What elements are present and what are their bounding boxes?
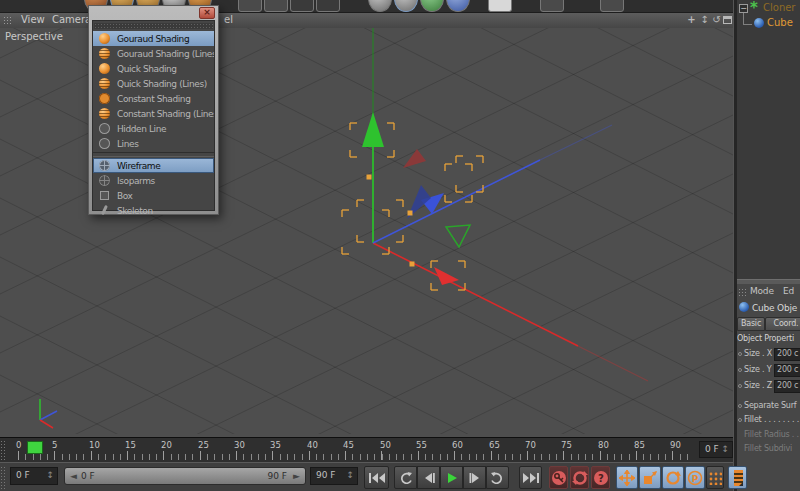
menu-item-gouraud-shading-lines[interactable]: Gouraud Shading (Lines) [93, 46, 214, 61]
size-z-input[interactable]: 200 c [774, 380, 800, 393]
preview-range-slider[interactable]: ◄ 0 F 90 F ► [64, 467, 306, 485]
previous-frame-button[interactable] [417, 466, 440, 489]
object-name[interactable]: Cloner [763, 2, 795, 13]
expand-icon[interactable]: − [739, 4, 748, 13]
key-icon [551, 470, 567, 486]
keying-options-button[interactable]: ? [591, 466, 610, 489]
start-frame-field[interactable]: 0 F ↕ [10, 467, 58, 485]
fillet-subdivision-row: Fillet Subdivi [737, 443, 800, 456]
viewport-dolly-icon[interactable]: ↕ [699, 14, 710, 25]
menu-item-label: Hidden Line [117, 124, 166, 134]
anim-dot-icon[interactable] [738, 418, 742, 422]
section-header[interactable]: Object Properti [737, 334, 800, 347]
menu-item-constant-shading-lines[interactable]: Constant Shading (Lines) [93, 106, 214, 121]
timeline-ruler[interactable]: 0 5 10 15 20 25 30 35 40 45 50 55 60 65 … [0, 437, 733, 463]
x-axis-line [373, 243, 578, 346]
object-name[interactable]: Cube [767, 17, 793, 28]
anim-dot-icon[interactable] [738, 352, 742, 356]
toolbar-icon[interactable] [238, 0, 262, 12]
ruler-grip-icon[interactable] [0, 440, 7, 460]
ruler-tick: 30 [234, 440, 245, 450]
menu-mode[interactable]: Mode [750, 286, 774, 296]
spinner-arrows-icon[interactable]: ↕ [721, 442, 729, 457]
tab-coordinates[interactable]: Coord. [765, 317, 800, 331]
previous-key-icon [398, 472, 413, 484]
keyframe-selection-button[interactable] [706, 466, 724, 489]
x-axis-handle[interactable] [410, 262, 415, 267]
viewport-orbit-icon[interactable]: ↺ [711, 14, 722, 25]
menu-edit-partial[interactable]: Ed [783, 286, 794, 296]
toolbar-icon[interactable] [446, 0, 470, 12]
menu-item-quick-shading[interactable]: Quick Shading [93, 61, 214, 76]
menu-item-gouraud-shading[interactable]: Gouraud Shading [93, 31, 214, 46]
next-frame-button[interactable] [463, 466, 486, 489]
anim-dot-icon[interactable] [738, 404, 742, 408]
frame-spinner[interactable]: 0 F ↕ [699, 441, 733, 458]
popup-titlebar[interactable]: × [91, 7, 216, 18]
fillet-row[interactable]: Fillet . . . . . . . . [737, 414, 800, 427]
toolbar-icon[interactable] [368, 0, 392, 12]
skeleton-icon [101, 205, 108, 215]
range-arrow-left-icon[interactable]: ◄ [70, 468, 77, 485]
filmstrip-button[interactable] [728, 466, 747, 489]
menu-item-label: Lines [117, 139, 138, 149]
shading-sphere-lines-icon [99, 108, 110, 119]
anim-dot-icon[interactable] [738, 368, 742, 372]
y-axis-arrow[interactable] [362, 112, 384, 147]
toolbar-grip-icon[interactable] [0, 466, 7, 489]
shading-sphere-lines-icon [99, 48, 110, 59]
range-arrow-right-icon[interactable]: ► [293, 468, 300, 485]
goto-first-frame-button[interactable] [364, 466, 389, 489]
close-icon[interactable]: × [199, 7, 215, 19]
toolbar-icon[interactable] [290, 0, 314, 12]
anim-dot-icon[interactable] [738, 384, 742, 388]
goto-last-frame-button[interactable] [519, 466, 542, 489]
key-rotation-button[interactable] [662, 466, 684, 489]
z-axis-line-faded [540, 125, 612, 160]
spinner-arrows-icon[interactable]: ↕ [46, 468, 54, 483]
play-button[interactable] [440, 466, 463, 489]
object-row-cube[interactable]: Cube [737, 17, 800, 31]
menu-item-wireframe[interactable]: Wireframe [93, 158, 214, 173]
menu-view[interactable]: View [21, 14, 45, 25]
menubar-grip-icon[interactable] [3, 16, 13, 25]
toolbar-icon[interactable] [540, 0, 564, 12]
z-axis-handle[interactable] [408, 211, 413, 216]
viewport-pan-icon[interactable]: + [686, 14, 697, 25]
toolbar-icon[interactable] [264, 0, 288, 12]
previous-key-button[interactable] [394, 466, 417, 489]
menu-item-constant-shading[interactable]: Constant Shading [93, 91, 214, 106]
key-parameter-button[interactable]: P [685, 466, 705, 489]
end-frame-field[interactable]: 90 F ↕ [310, 467, 358, 485]
toolbar-icon[interactable] [316, 0, 340, 12]
y-axis-handle[interactable] [367, 175, 372, 180]
size-x-input[interactable]: 200 c [774, 348, 800, 361]
popup-grip-icon[interactable] [94, 23, 213, 29]
record-keyframe-button[interactable] [549, 466, 568, 489]
menu-panel-partial[interactable]: el [224, 14, 233, 25]
toolbar-icon[interactable] [600, 0, 624, 12]
cube-icon [754, 18, 764, 28]
key-scale-button[interactable] [639, 466, 661, 489]
menu-item-skeleton[interactable]: Skeleton [93, 203, 214, 218]
attribute-grip-icon[interactable] [738, 288, 746, 296]
toolbar-icon[interactable] [420, 0, 444, 12]
menu-item-hidden-line[interactable]: Hidden Line [93, 121, 214, 136]
play-icon [445, 473, 459, 483]
separate-surfaces-row[interactable]: Separate Surf [737, 400, 800, 413]
menu-item-label: Gouraud Shading (Lines) [117, 49, 214, 59]
menu-item-lines[interactable]: Lines [93, 136, 214, 151]
attribute-manager: Mode Ed Cube Obje Basic Coord. Object Pr… [737, 284, 800, 491]
toolbar-icon[interactable] [394, 0, 418, 12]
viewport-toggle-icon[interactable] [723, 16, 732, 24]
menu-item-isoparms[interactable]: Isoparms [93, 173, 214, 188]
spinner-arrows-icon[interactable]: ↕ [346, 468, 354, 483]
autokey-button[interactable] [570, 466, 589, 489]
tab-basic[interactable]: Basic [737, 317, 765, 331]
menu-item-box[interactable]: Box [93, 188, 214, 203]
next-key-button[interactable] [486, 466, 509, 489]
key-position-button[interactable] [616, 466, 638, 489]
size-y-input[interactable]: 200 c [774, 364, 800, 377]
menu-item-quick-shading-lines[interactable]: Quick Shading (Lines) [93, 76, 214, 91]
toolbar-icon[interactable] [488, 0, 512, 12]
